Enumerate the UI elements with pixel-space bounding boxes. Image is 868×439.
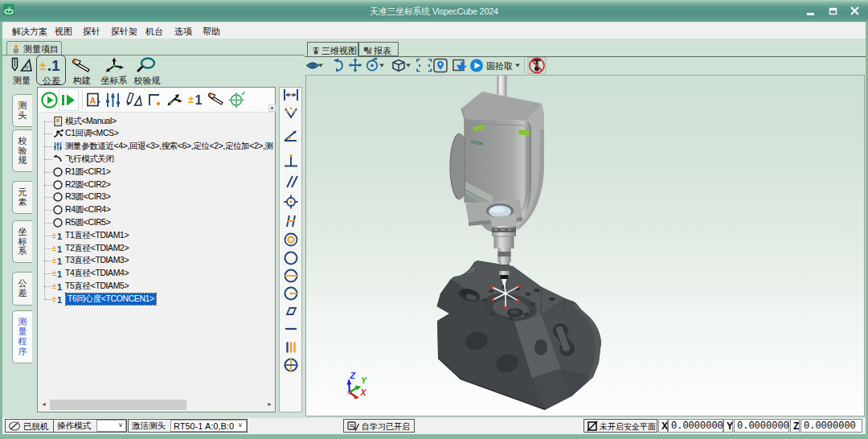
svg-text:±: ±	[188, 93, 194, 105]
svg-text:1: 1	[57, 244, 62, 254]
svg-text:±: ±	[52, 295, 56, 303]
svg-text:1: 1	[195, 93, 203, 107]
svg-text:Y: Y	[361, 375, 367, 385]
svg-text:Z: Z	[350, 371, 356, 380]
svg-text:1: 1	[57, 269, 62, 279]
svg-text:±: ±	[52, 256, 56, 265]
svg-text:圆拾取: 圆拾取	[486, 61, 513, 71]
svg-text:±: ±	[52, 269, 56, 277]
svg-text:A: A	[90, 96, 96, 105]
svg-text:±: ±	[52, 282, 56, 290]
svg-text:±: ±	[52, 232, 56, 240]
svg-text:±: ±	[39, 59, 46, 72]
svg-text:X: X	[360, 388, 367, 397]
svg-text:1: 1	[57, 256, 62, 266]
svg-text:1: 1	[57, 295, 62, 305]
svg-text:1: 1	[57, 232, 62, 241]
svg-text:1: 1	[51, 57, 60, 74]
svg-text:±: ±	[52, 244, 56, 252]
svg-text:1: 1	[57, 282, 62, 292]
